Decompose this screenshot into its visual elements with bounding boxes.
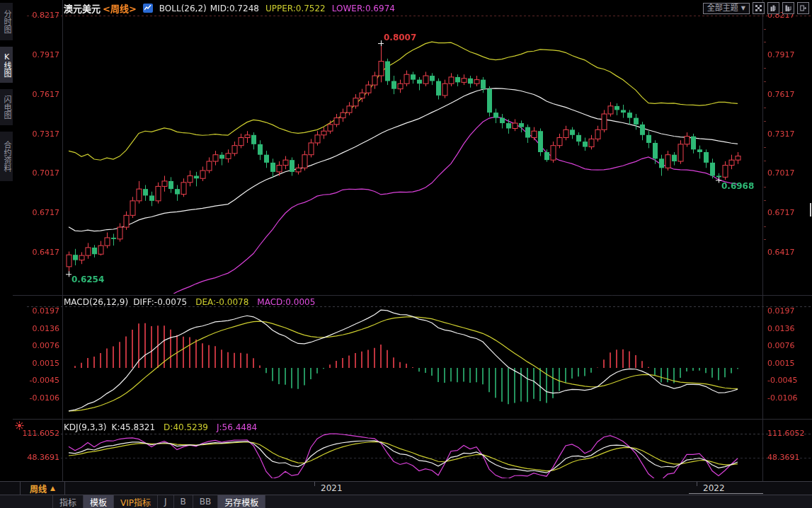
triangle-up-icon: ▲ xyxy=(50,485,55,492)
period-label: 周线 xyxy=(30,483,47,495)
compress-xaxis-icon[interactable] xyxy=(767,2,779,14)
split-screen-icon[interactable] xyxy=(753,2,765,14)
sidebar-tab-contract-info[interactable]: 合约资料 xyxy=(0,132,13,181)
sidebar-tab-label: K线图 xyxy=(0,52,13,77)
tab-bb[interactable]: BB xyxy=(193,495,218,508)
tab-vip-indicators[interactable]: VIP指标 xyxy=(114,495,158,508)
kdj-header: KDJ(9,3,3) K:45.8321 D:40.5239 J:56.4484 xyxy=(64,422,257,432)
sidebar-tab-kline[interactable]: K线图 xyxy=(0,47,13,83)
macd-macd-value: MACD:0.0005 xyxy=(257,297,315,307)
bottom-tabs-bar: 指标 模板 VIP指标 J B BB 另存模板 xyxy=(0,495,812,508)
period-selector[interactable]: 周线 ▲ xyxy=(20,482,65,495)
mini-chart-icon[interactable] xyxy=(143,4,153,13)
boll-mid-value: MID:0.7248 xyxy=(210,4,259,13)
symbol-name: 澳元美元 xyxy=(64,1,101,15)
tab-save-template[interactable]: 另存模板 xyxy=(218,495,265,508)
sidebar-tab-lightning[interactable]: 闪电图 xyxy=(0,89,13,125)
right-scrollbar-thumb[interactable] xyxy=(810,203,811,217)
macd-params: MACD(26,12,9) xyxy=(64,297,128,307)
sidebar-tab-label: 合约资料 xyxy=(0,141,13,172)
year-label: 2022 xyxy=(703,483,725,493)
tab-indicators[interactable]: 指标 xyxy=(52,495,84,508)
boll-lower-value: LOWER:0.6974 xyxy=(332,4,395,13)
macd-dea-value: DEA:-0.0078 xyxy=(195,297,248,307)
year-tick xyxy=(697,482,697,486)
boll-label: BOLL(26,2) xyxy=(159,4,207,13)
x-axis-bar: 周线 ▲ 20212022 xyxy=(0,481,812,495)
tab-j[interactable]: J xyxy=(158,495,174,508)
top-right-controls: 全部主题 ▼ xyxy=(703,2,809,14)
tab-template[interactable]: 模板 xyxy=(84,495,114,508)
theme-dropdown-label: 全部主题 xyxy=(707,4,738,13)
kdj-d-value: D:40.5239 xyxy=(164,422,208,432)
period-tag: <周线> xyxy=(103,1,137,15)
scroll-range-indicator[interactable] xyxy=(689,493,763,494)
trading-terminal: 分时图 K线图 闪电图 合约资料 澳元美元 <周线> BOLL(26,2) MI… xyxy=(0,0,812,508)
kdj-params: KDJ(9,3,3) xyxy=(64,422,107,432)
year-label: 2021 xyxy=(321,483,343,493)
sidebar-tab-timeshare[interactable]: 分时图 xyxy=(0,3,13,40)
kdj-j-value: J:56.4484 xyxy=(217,422,257,432)
boll-upper-value: UPPER:0.7522 xyxy=(265,4,326,13)
candlestick-chart-canvas[interactable] xyxy=(13,0,812,481)
expand-xaxis-icon[interactable] xyxy=(782,2,794,14)
macd-diff-value: DIFF:-0.0075 xyxy=(133,297,187,307)
chart-title-bar: 澳元美元 <周线> BOLL(26,2) MID:0.7248 UPPER:0.… xyxy=(64,2,395,14)
kdj-k-value: K:45.8321 xyxy=(112,422,156,432)
export-chart-icon[interactable] xyxy=(797,2,809,14)
sidebar-tab-label: 分时图 xyxy=(0,10,13,33)
chevron-down-icon: ▼ xyxy=(741,4,745,13)
chart-type-sidebar: 分时图 K线图 闪电图 合约资料 xyxy=(0,0,13,481)
tab-b[interactable]: B xyxy=(174,495,193,508)
macd-header: MACD(26,12,9) DIFF:-0.0075 DEA:-0.0078 M… xyxy=(64,297,315,307)
year-tick xyxy=(314,482,315,486)
indicator-settings-icon[interactable] xyxy=(15,420,24,429)
theme-dropdown[interactable]: 全部主题 ▼ xyxy=(703,3,750,14)
sidebar-tab-label: 闪电图 xyxy=(0,96,13,119)
